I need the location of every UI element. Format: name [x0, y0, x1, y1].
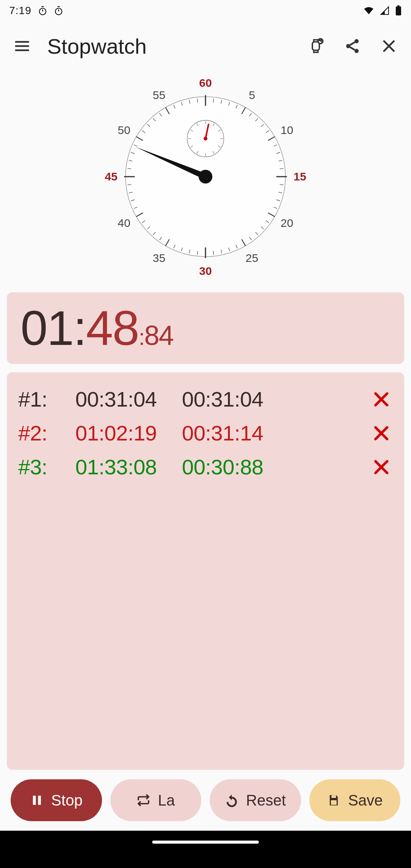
svg-rect-3: [397, 5, 400, 7]
svg-point-1: [55, 8, 62, 15]
action-bar: Stop La Reset Save: [0, 770, 411, 831]
share-icon: [344, 38, 361, 54]
svg-point-0: [39, 8, 46, 15]
elapsed-colon: :: [73, 301, 86, 355]
elapsed-cs-colon: :: [139, 324, 144, 350]
svg-point-87: [199, 170, 212, 183]
pause-icon: [30, 793, 44, 807]
lap-row: #2: 01:02:19 00:31:14: [18, 416, 393, 450]
stopwatch-status-icon: [38, 6, 48, 16]
reset-label: Reset: [246, 792, 286, 809]
lap-icon: [137, 793, 150, 807]
wifi-icon: [363, 6, 374, 15]
svg-rect-90: [331, 795, 336, 798]
status-time: 7:19: [9, 5, 32, 17]
hamburger-icon: [14, 38, 30, 54]
lap-index: #1:: [18, 387, 75, 412]
dial-num-55: 55: [153, 89, 165, 102]
dial-num-20: 20: [280, 217, 293, 230]
cell-signal-icon: [380, 6, 390, 15]
reset-button[interactable]: Reset: [210, 779, 301, 821]
lap-split-time: 00:31:04: [182, 387, 370, 412]
svg-point-6: [355, 39, 359, 43]
lap-split-time: 00:31:14: [182, 421, 370, 445]
svg-point-85: [204, 137, 207, 140]
lap-total-time: 01:02:19: [75, 421, 182, 445]
dial-num-30: 30: [199, 265, 212, 278]
svg-rect-91: [331, 800, 336, 805]
lap-delete-button[interactable]: [370, 391, 393, 408]
page-title: Stopwatch: [47, 34, 296, 59]
dial-num-50: 50: [118, 124, 130, 137]
close-icon: [373, 391, 390, 408]
stop-label: Stop: [51, 792, 83, 809]
lap-row: #1: 00:31:04 00:31:04: [18, 382, 393, 416]
dial-num-60: 60: [199, 77, 212, 89]
lap-index: #3:: [18, 455, 75, 479]
svg-point-7: [346, 44, 350, 48]
dial-num-35: 35: [153, 252, 165, 265]
stopwatch-status-icon: [54, 6, 64, 16]
analog-dial-area: 60 5 10 15 20 25 30 35 40 45 50 55: [0, 71, 411, 287]
close-button[interactable]: [372, 29, 406, 63]
nav-pill-icon: [152, 841, 259, 844]
lap-total-time: 01:33:08: [75, 455, 182, 479]
svg-rect-2: [396, 6, 401, 16]
battery-icon: [395, 5, 402, 16]
lap-total-time: 00:31:04: [75, 387, 182, 412]
watch-sync-icon: [307, 38, 324, 54]
stop-button[interactable]: Stop: [11, 779, 102, 821]
dial-num-15: 15: [293, 170, 306, 183]
status-bar: 7:19: [0, 0, 411, 21]
wear-sync-button[interactable]: [299, 29, 333, 63]
reset-icon: [225, 793, 239, 807]
lap-delete-button[interactable]: [370, 458, 393, 476]
save-button[interactable]: Save: [309, 779, 401, 821]
save-label: Save: [348, 792, 383, 809]
lap-row: #3: 01:33:08 00:30:88: [18, 450, 393, 484]
app-bar: Stopwatch: [0, 21, 411, 71]
close-icon: [373, 424, 390, 442]
svg-point-8: [355, 49, 359, 53]
dial-num-5: 5: [249, 89, 255, 102]
lap-button[interactable]: La: [110, 779, 202, 821]
lap-label: La: [158, 792, 175, 809]
save-icon: [327, 793, 341, 807]
svg-rect-88: [33, 796, 36, 805]
laps-panel: #1: 00:31:04 00:31:04 #2: 01:02:19 00:31…: [7, 372, 404, 770]
elapsed-centiseconds: 84: [144, 320, 173, 351]
dial-num-10: 10: [280, 124, 293, 137]
menu-button[interactable]: [5, 29, 39, 63]
lap-delete-button[interactable]: [370, 424, 393, 442]
svg-rect-89: [38, 796, 41, 805]
close-icon: [381, 38, 397, 54]
gesture-nav-bar[interactable]: [0, 831, 411, 854]
dial-num-25: 25: [245, 252, 258, 265]
elapsed-display: 01:48:84: [7, 292, 404, 364]
dial-num-45: 45: [105, 170, 117, 183]
elapsed-seconds: 48: [86, 301, 139, 355]
dial-num-40: 40: [118, 217, 130, 230]
lap-index: #2:: [18, 421, 75, 445]
share-button[interactable]: [336, 29, 369, 63]
lap-split-time: 00:30:88: [182, 455, 370, 479]
elapsed-minutes: 01: [21, 301, 73, 355]
close-icon: [373, 458, 390, 476]
analog-dial: 60 5 10 15 20 25 30 35 40 45 50 55: [103, 74, 308, 279]
